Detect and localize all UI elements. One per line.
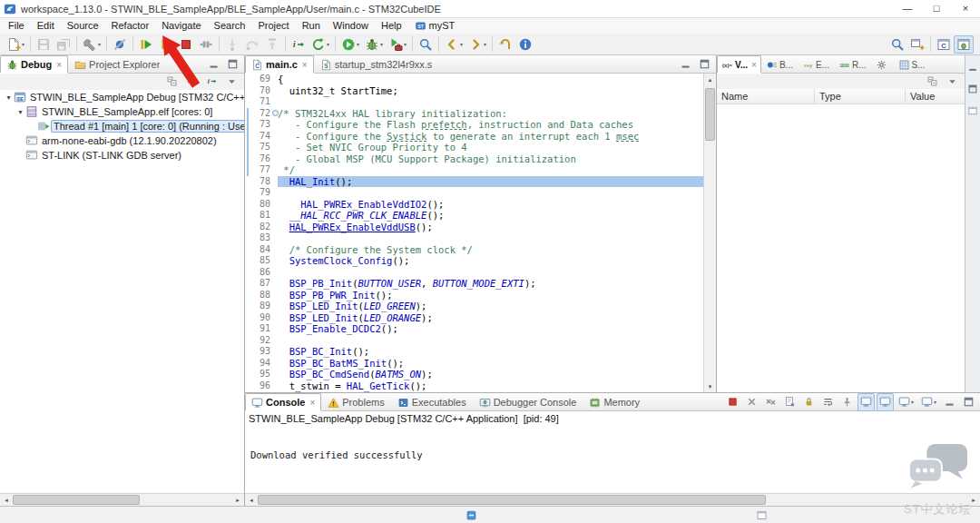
maximize-window-button[interactable]: □ <box>922 0 951 17</box>
console-view-tab-problems[interactable]: Problems <box>321 393 390 410</box>
build-button[interactable]: ▾ <box>80 35 103 54</box>
external-tools-button[interactable]: ▾ <box>386 35 409 54</box>
code-line-84[interactable]: 84 /* Configure the System clock */ <box>245 244 703 256</box>
code-line-78[interactable]: 78 HAL_Init(); <box>245 176 703 188</box>
terminate-console-button[interactable] <box>724 393 741 411</box>
close-tab-icon[interactable]: × <box>309 398 315 408</box>
remove-all-terminated-launches-button[interactable] <box>762 393 779 411</box>
variables-view-tab-r[interactable]: 1010R... <box>834 55 871 73</box>
code-line-79[interactable]: 79 <box>245 187 703 199</box>
scroll-thumb[interactable] <box>13 495 140 505</box>
instruction-stepping-toggle[interactable]: i <box>203 73 220 91</box>
console-view-tab-debugger-console[interactable]: Debugger Console <box>473 393 583 410</box>
quick-access-search-button[interactable] <box>887 35 907 54</box>
line-number-84[interactable]: 84 <box>245 244 278 256</box>
line-number-82[interactable]: 82 <box>245 222 278 233</box>
remove-all-terminated-button[interactable] <box>183 73 201 91</box>
line-number-83[interactable]: 83 <box>245 232 278 244</box>
code-line-92[interactable]: 92 <box>245 335 703 347</box>
scroll-up-icon[interactable]: ▴ <box>704 74 716 85</box>
status-console-indicator-icon[interactable] <box>756 509 768 521</box>
column-header-name[interactable]: Name <box>717 89 815 104</box>
code-line-73[interactable]: 73 - Configure the Flash prefetch, instr… <box>245 119 703 131</box>
code-line-77[interactable]: 77 */ <box>245 164 703 176</box>
close-tab-icon[interactable]: × <box>56 60 62 70</box>
open-console-button[interactable]: ▾ <box>918 393 939 411</box>
code-line-70[interactable]: 70 uint32_t StartTime; <box>245 85 703 97</box>
code-line-72[interactable]: 72/* STM32L4xx HAL library initializatio… <box>245 108 703 120</box>
minimize-variables-button[interactable] <box>965 58 980 76</box>
scroll-lock-button[interactable] <box>800 393 818 411</box>
maximize-console-button[interactable] <box>960 393 977 411</box>
pin-console-button[interactable] <box>838 393 856 411</box>
disconnect-button[interactable] <box>196 35 216 54</box>
menu-file[interactable]: File <box>2 19 31 33</box>
line-number-88[interactable]: 88 <box>245 290 278 301</box>
minimize-debug-view-button[interactable] <box>205 55 222 74</box>
minimize-window-button[interactable]: — <box>893 0 922 17</box>
code-line-86[interactable]: 86 <box>245 267 703 279</box>
debug-tree-item-arm-none-eabi-gdb-12-1-90-20220802[interactable]: arm-none-eabi-gdb (12.1.90.20220802) <box>0 133 244 148</box>
restore-minimized-view-button[interactable] <box>965 102 980 120</box>
line-number-86[interactable]: 86 <box>245 267 278 279</box>
line-number-76[interactable]: 76 <box>245 153 278 165</box>
collapse-all-variables-button[interactable] <box>924 73 941 91</box>
dropdown-arrow-icon[interactable]: ▾ <box>357 41 359 47</box>
terminate-button[interactable] <box>176 35 196 54</box>
code-line-83[interactable]: 83 <box>245 232 703 244</box>
debug-view-tab-project-explorer[interactable]: Project Explorer <box>68 55 166 73</box>
run-button[interactable]: ▾ <box>338 35 362 54</box>
close-tab-icon[interactable]: × <box>302 60 308 70</box>
debug-view-menu-button[interactable] <box>223 73 240 91</box>
show-console-on-stdout-button[interactable] <box>858 393 875 411</box>
code-line-88[interactable]: 88 BSP_PB_PWR_Init(); <box>245 290 703 301</box>
menu-help[interactable]: Help <box>375 19 408 33</box>
menu-navigate[interactable]: Navigate <box>155 19 207 33</box>
close-tab-icon[interactable]: × <box>751 60 757 70</box>
close-window-button[interactable]: × <box>951 0 980 17</box>
line-number-79[interactable]: 79 <box>245 187 278 199</box>
collapse-icon[interactable]: ▾ <box>4 94 14 102</box>
cpp-perspective-button[interactable]: C <box>934 35 954 54</box>
forward-button[interactable]: ▾ <box>466 35 489 54</box>
line-number-74[interactable]: 74 <box>245 131 278 143</box>
debug-tree-item-st-link-st-link-gdb-server[interactable]: ST-LINK (ST-LINK GDB server) <box>0 148 244 163</box>
code-line-80[interactable]: 80 HAL_PWREx_EnableVddIO2(); <box>245 199 703 211</box>
word-wrap-button[interactable] <box>819 393 837 411</box>
debug-view-tab-debug[interactable]: Debug× <box>0 55 68 73</box>
minimize-console-button[interactable] <box>941 393 958 411</box>
menu-myst[interactable]: STmyST <box>408 19 462 34</box>
last-edit-location-button[interactable] <box>495 35 515 54</box>
line-number-78[interactable]: 78 <box>245 176 278 188</box>
variables-view-tab-b[interactable]: B... <box>761 55 798 73</box>
line-number-77[interactable]: 77 <box>245 164 278 176</box>
scroll-left-icon[interactable]: ◂ <box>0 494 13 506</box>
back-button[interactable]: ▾ <box>442 35 466 54</box>
search-button[interactable] <box>416 35 436 54</box>
minimize-editor-button[interactable] <box>677 55 694 74</box>
reset-restart-button[interactable]: ▾ <box>309 35 332 54</box>
line-number-73[interactable]: 73 <box>245 119 278 131</box>
skip-all-breakpoints-button[interactable] <box>110 35 130 54</box>
dropdown-arrow-icon[interactable]: ▾ <box>22 41 24 47</box>
scroll-down-icon[interactable]: ▾ <box>704 380 716 392</box>
code-line-93[interactable]: 93 BSP_BC_Init(); <box>245 346 703 358</box>
dropdown-arrow-icon[interactable]: ▾ <box>911 399 914 405</box>
code-line-91[interactable]: 91 BSP_Enable_DCDC2(); <box>245 323 703 335</box>
line-number-80[interactable]: 80 <box>245 199 278 211</box>
debug-tree-item-stwin-ble-sampleapp-elf-cores-0[interactable]: ▾01011101STWIN_BLE_SampleApp.elf [cores:… <box>0 104 244 119</box>
variables-view-tab-v[interactable]: (x)=V...× <box>717 55 761 73</box>
code-line-82[interactable]: 82 HAL_PWREx_EnableVddUSB(); <box>245 222 703 233</box>
column-header-type[interactable]: Type <box>815 89 906 104</box>
dropdown-arrow-icon[interactable]: ▾ <box>327 41 329 47</box>
code-line-85[interactable]: 85 SystemClock_Config(); <box>245 255 703 267</box>
line-number-91[interactable]: 91 <box>245 323 278 335</box>
scroll-left-icon[interactable]: ◂ <box>245 494 258 506</box>
code-line-89[interactable]: 89 BSP_LED_Init(LED_GREEN); <box>245 301 703 312</box>
dropdown-arrow-icon[interactable]: ▾ <box>404 41 407 47</box>
code-line-95[interactable]: 95 BSP_BC_CmdSend(BATMS_ON); <box>245 369 703 380</box>
debug-button[interactable]: ▾ <box>362 35 386 54</box>
variables-view-tab-e[interactable]: x+yE... <box>798 55 834 73</box>
line-number-92[interactable]: 92 <box>245 335 278 347</box>
scroll-right-icon[interactable]: ▸ <box>231 494 244 506</box>
